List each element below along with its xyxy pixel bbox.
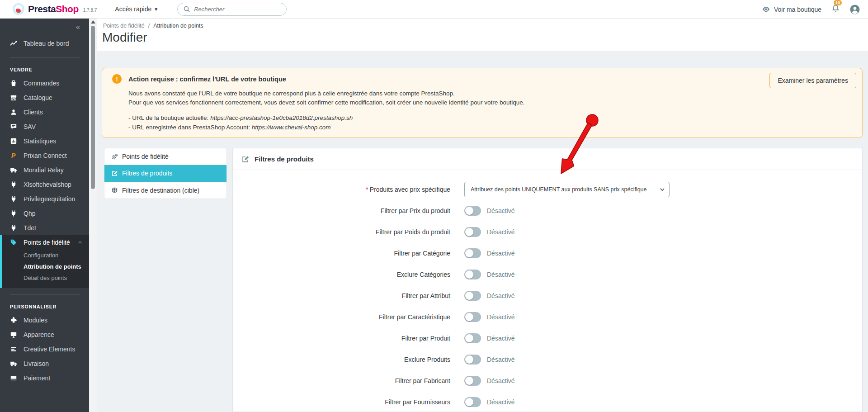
sidebar-item-xlsoftchevalshop[interactable]: Xlsoftchevalshop [0,177,89,192]
notification-count-badge: 10 [834,0,842,5]
toggle-filtrer-par-produit[interactable] [464,333,481,343]
toggle-knob [465,377,473,385]
toggle-filtrer-par-caract-ristique[interactable] [464,312,481,322]
sidebar-subitem-configuration[interactable]: Configuration [2,250,89,261]
scrollbar-thumb[interactable] [91,26,95,189]
plug-icon [10,210,17,217]
tab-filtres-de-produits[interactable]: Filtres de produits [104,165,226,182]
sidebar-item-apparence[interactable]: Apparence [0,327,89,342]
sidebar-item-commandes[interactable]: Commandes [0,76,89,90]
sidebar-section-title: PERSONNALISER [0,300,89,313]
monitor-icon [10,331,17,338]
filters-panel: Filtres de produits *Produits avec prix … [232,148,863,412]
label-exclure-cat-gories: Exclure Catégories [233,271,450,278]
sidebar-divider [10,294,80,295]
toggle-state-filtrer-par-attribut: Désactivé [487,292,514,299]
view-shop-link[interactable]: Voir ma boutique [762,5,821,14]
plug-icon [10,224,17,232]
gears-icon [111,153,118,160]
person-icon [10,109,17,116]
row-filtrer-par-produit: Filtrer par Produit Désactivé [233,327,862,349]
sidebar-subitem-d-tail-des-points[interactable]: Détail des points [2,272,89,284]
quick-access-dropdown[interactable]: Accès rapide ▼ [115,5,158,13]
sidebar-item-points-de-fid-lit-[interactable]: Points de fidélité [2,235,89,250]
edit-icon [241,155,250,163]
user-avatar[interactable] [850,5,860,14]
toggle-knob [465,270,473,279]
sidebar-item-livraison[interactable]: Livraison [0,356,89,371]
search-input[interactable] [194,6,271,13]
specific-price-row: *Produits avec prix spécifique Attribuez… [233,179,862,200]
toggle-state-filtrer-par-fabricant: Désactivé [487,377,514,384]
sidebar-item-qhp[interactable]: Qhp [0,206,89,221]
globe-icon [111,187,118,194]
row-filtrer-par-attribut: Filtrer par Attribut Désactivé [233,285,862,306]
toggle-filtrer-par-prix-du-produit[interactable] [464,206,481,216]
row-exclure-produits: Exclure Produits Désactivé [233,349,862,370]
bars-icon [10,346,17,353]
breadcrumb-parent[interactable]: Points de fidélité [103,23,145,29]
sidebar-item-sav[interactable]: SAV [0,119,89,134]
version-label: 1.7.8.7 [83,8,97,13]
sidebar-subitem-attribution-de-points[interactable]: Attribution de points [2,261,89,272]
sidebar-item-statistiques[interactable]: Statistiques [0,134,89,148]
prestashop-logo[interactable]: PrestaShop 1.7.8.7 [0,3,97,15]
sidebar-item-privilegeequitation[interactable]: Privilegeequitation [0,192,89,206]
label-exclure-produits: Exclure Produits [233,356,450,363]
toggle-knob [465,292,473,300]
alert-urls: - URL de la boutique actuelle: https://a… [128,113,853,132]
search-bar[interactable] [177,3,287,16]
sidebar-item-dashboard[interactable]: Tableau de bord [0,36,89,51]
sidebar-item-tdet[interactable]: Tdet [0,221,89,235]
search-icon [183,5,190,13]
toggle-knob [465,398,473,406]
chat-icon [10,123,17,130]
toggle-filtrer-par-poids-du-produit[interactable] [464,227,481,237]
alert-line2: Pour que vos services fonctionnent corre… [128,98,853,107]
sidebar-scrollbar[interactable] [89,19,97,412]
puzzle-icon [10,317,17,324]
alert-body: Nous avons constaté que l'URL de votre b… [128,89,853,107]
examine-settings-button[interactable]: Examiner les paramètres [769,73,856,88]
specific-price-select[interactable]: Attribuez des points UNIQUEMENT aux prod… [464,182,670,197]
warning-icon: ! [112,74,122,84]
sidebar-item-modules[interactable]: Modules [0,313,89,327]
eye-icon [762,5,770,14]
collapse-icon: « [76,23,80,32]
sidebar-item-creative-elements[interactable]: Creative Elements [0,342,89,356]
alert-url-current: - URL de la boutique actuelle: https://a… [128,113,853,123]
card-icon [10,374,17,382]
sidebar-item-catalogue[interactable]: Catalogue [0,90,89,105]
label-filtrer-par-fournisseurs: Filtrer par Fournisseurs [233,398,450,406]
tab-filtres-de-destination-cible-[interactable]: Filtres de destination (cible) [104,182,226,199]
panel-header: Filtres de produits [233,148,862,170]
sidebar-collapse-button[interactable]: « [0,19,89,36]
toggle-filtrer-par-fournisseurs[interactable] [464,397,481,407]
tag-icon [10,239,17,246]
row-filtrer-par-caract-ristique: Filtrer par Caractéristique Désactivé [233,306,862,327]
page-header: Points de fidélité / Attribution de poin… [97,19,868,51]
row-filtrer-par-fournisseurs: Filtrer par Fournisseurs Désactivé [233,391,862,412]
toggle-exclure-cat-gories[interactable] [464,270,481,279]
brand-wordmark: PrestaShop [28,4,79,14]
label-filtrer-par-cat-gorie: Filtrer par Catégorie [233,250,450,257]
toggle-exclure-produits[interactable] [464,355,481,365]
scroll-up-arrow-icon[interactable] [91,20,95,24]
notifications-button[interactable]: 10 [831,4,840,14]
toggle-filtrer-par-attribut[interactable] [464,291,481,301]
tab-points-de-fid-lit-[interactable]: Points de fidélité [104,148,226,165]
toggle-knob [465,228,473,236]
sidebar-item-mondial-relay[interactable]: Mondial Relay [0,163,89,177]
bag-icon [10,80,17,87]
sidebar-item-paiement[interactable]: Paiement [0,371,89,385]
toggle-filtrer-par-fabricant[interactable] [464,376,481,386]
page-title: Modifier [102,30,147,45]
required-mark: * [366,186,368,193]
sidebar-item-prixan-connect[interactable]: PPrixan Connect [0,148,89,163]
toggle-filtrer-par-cat-gorie[interactable] [464,248,481,258]
trend-icon [10,40,17,47]
toggle-state-exclure-cat-gories: Désactivé [487,271,514,278]
topbar: PrestaShop 1.7.8.7 Accès rapide ▼ Voir m… [0,0,868,19]
toggle-knob [465,313,473,321]
sidebar-item-clients[interactable]: Clients [0,105,89,119]
